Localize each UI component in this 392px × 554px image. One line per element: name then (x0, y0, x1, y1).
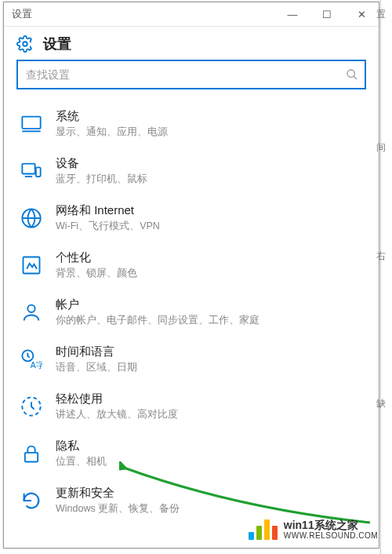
side-char: 缺 (376, 397, 386, 410)
category-subtitle: Wi-Fi、飞行模式、VPN (56, 220, 160, 233)
side-char: 置 (376, 8, 386, 21)
category-title: 网络和 Internet (56, 203, 160, 218)
category-subtitle: 显示、通知、应用、电源 (56, 126, 168, 139)
privacy-icon (18, 440, 45, 467)
category-subtitle: 背景、锁屏、颜色 (56, 267, 137, 280)
page-header: 设置 (4, 27, 379, 60)
window-title: 设置 (4, 7, 32, 21)
svg-rect-3 (22, 117, 40, 129)
system-icon (18, 111, 45, 137)
category-subtitle: 位置、相机 (56, 455, 107, 468)
titlebar: 设置 — ☐ ✕ (4, 2, 379, 27)
maximize-button[interactable]: ☐ (310, 2, 344, 26)
search-box[interactable] (16, 60, 366, 89)
network-icon (18, 205, 45, 231)
ease-icon (18, 393, 45, 420)
window-controls: — ☐ ✕ (275, 2, 379, 26)
category-devices[interactable]: 设备蓝牙、打印机、鼠标 (4, 148, 379, 195)
category-title: 帐户 (56, 297, 260, 312)
time-icon: A字 (18, 346, 45, 373)
category-ease[interactable]: 轻松使用讲述人、放大镜、高对比度 (4, 383, 379, 430)
side-char: 间 (376, 141, 386, 155)
svg-rect-5 (22, 164, 34, 174)
category-title: 个性化 (56, 250, 137, 265)
personal-icon (18, 252, 45, 279)
category-list: 系统显示、通知、应用、电源设备蓝牙、打印机、鼠标网络和 InternetWi-F… (4, 96, 379, 532)
category-title: 时间和语言 (56, 344, 137, 359)
devices-icon (18, 158, 45, 184)
svg-rect-14 (25, 453, 38, 462)
search-input[interactable] (24, 67, 346, 82)
minimize-button[interactable]: — (275, 2, 310, 26)
settings-window: 设置 — ☐ ✕ 设置 系统显示、通 (3, 2, 379, 549)
update-icon (18, 487, 45, 514)
category-accounts[interactable]: 帐户你的帐户、电子邮件、同步设置、工作、家庭 (4, 289, 379, 336)
background-window-strip: 置 间 右 缺 (380, 0, 392, 554)
category-subtitle: 讲述人、放大镜、高对比度 (56, 408, 178, 421)
category-system[interactable]: 系统显示、通知、应用、电源 (4, 100, 379, 148)
category-title: 设备 (56, 156, 147, 171)
side-char: 右 (376, 250, 386, 263)
watermark-text: win11系统之家 (284, 519, 378, 531)
svg-point-1 (347, 70, 354, 77)
accounts-icon (18, 299, 45, 326)
watermark: win11系统之家 WWW.RELSOUND.COM (249, 519, 378, 540)
svg-point-10 (27, 305, 34, 312)
category-personal[interactable]: 个性化背景、锁屏、颜色 (4, 242, 379, 289)
category-title: 系统 (56, 109, 168, 124)
category-subtitle: 蓝牙、打印机、鼠标 (56, 173, 147, 186)
svg-line-2 (354, 76, 357, 79)
page-title: 设置 (43, 35, 71, 53)
category-subtitle: 语音、区域、日期 (56, 361, 137, 374)
category-title: 隐私 (56, 439, 107, 454)
watermark-logo-icon (249, 519, 278, 540)
close-button[interactable]: ✕ (344, 2, 379, 26)
category-privacy[interactable]: 隐私位置、相机 (4, 430, 379, 477)
category-title: 更新和安全 (56, 486, 180, 501)
svg-point-0 (23, 42, 27, 46)
svg-text:A字: A字 (31, 360, 42, 370)
svg-rect-6 (36, 167, 41, 177)
category-title: 轻松使用 (56, 392, 178, 406)
gear-icon (16, 35, 34, 53)
watermark-url: WWW.RELSOUND.COM (284, 531, 378, 540)
search-icon (346, 68, 358, 81)
category-subtitle: 你的帐户、电子邮件、同步设置、工作、家庭 (56, 314, 260, 327)
category-subtitle: Windows 更新、恢复、备份 (56, 502, 180, 516)
category-network[interactable]: 网络和 InternetWi-Fi、飞行模式、VPN (4, 195, 379, 242)
category-update[interactable]: 更新和安全Windows 更新、恢复、备份 (4, 477, 379, 524)
category-time[interactable]: A字时间和语言语音、区域、日期 (4, 336, 379, 383)
